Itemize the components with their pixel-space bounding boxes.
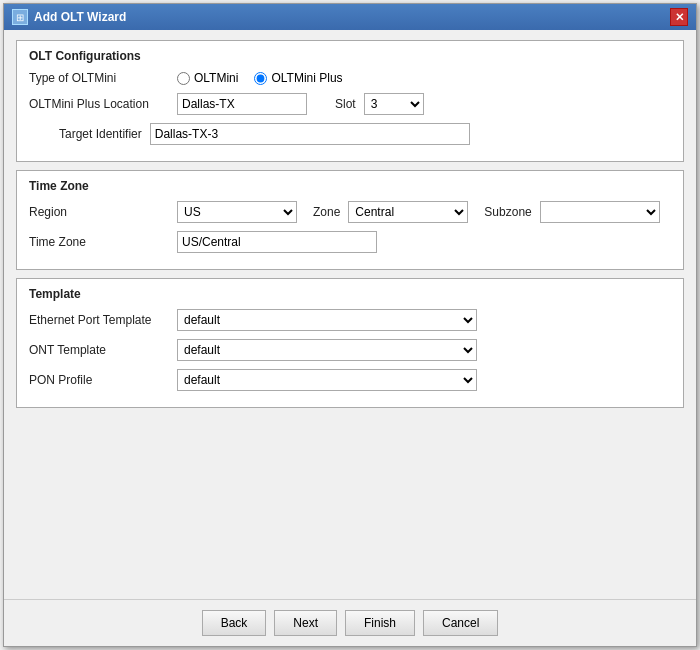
finish-button[interactable]: Finish <box>345 610 415 636</box>
subzone-label: Subzone <box>484 205 531 219</box>
footer: Back Next Finish Cancel <box>4 599 696 646</box>
pon-profile-select[interactable]: default <box>177 369 477 391</box>
title-bar-left: ⊞ Add OLT Wizard <box>12 9 126 25</box>
type-label: Type of OLTMini <box>29 71 169 85</box>
ont-template-label: ONT Template <box>29 343 169 357</box>
region-label: Region <box>29 205 169 219</box>
main-content: OLT Configurations Type of OLTMini OLTMi… <box>4 30 696 599</box>
timezone-title: Time Zone <box>29 179 671 193</box>
olt-config-title: OLT Configurations <box>29 49 671 63</box>
olt-config-section: OLT Configurations Type of OLTMini OLTMi… <box>16 40 684 162</box>
zone-select[interactable]: Eastern Central Mountain Western <box>348 201 468 223</box>
timezone-label: Time Zone <box>29 235 169 249</box>
slot-select[interactable]: 1 2 3 4 <box>364 93 424 115</box>
subzone-select[interactable] <box>540 201 660 223</box>
target-input[interactable] <box>150 123 470 145</box>
ont-template-select[interactable]: default <box>177 339 477 361</box>
close-button[interactable]: ✕ <box>670 8 688 26</box>
region-select[interactable]: US Europe Asia <box>177 201 297 223</box>
location-input[interactable] <box>177 93 307 115</box>
window-title: Add OLT Wizard <box>34 10 126 24</box>
radio-oltmini-input[interactable] <box>177 72 190 85</box>
location-row: OLTMini Plus Location Slot 1 2 3 4 <box>29 93 671 115</box>
eth-template-select[interactable]: default <box>177 309 477 331</box>
next-button[interactable]: Next <box>274 610 337 636</box>
radio-oltmini-label: OLTMini <box>194 71 238 85</box>
pon-profile-label: PON Profile <box>29 373 169 387</box>
spacer <box>16 416 684 589</box>
cancel-button[interactable]: Cancel <box>423 610 498 636</box>
radio-oltmini-plus: OLTMini Plus <box>254 71 342 85</box>
template-title: Template <box>29 287 671 301</box>
radio-oltmini: OLTMini <box>177 71 238 85</box>
timezone-input[interactable] <box>177 231 377 253</box>
type-row: Type of OLTMini OLTMini OLTMini Plus <box>29 71 671 85</box>
eth-template-label: Ethernet Port Template <box>29 313 169 327</box>
target-row: Target Identifier <box>29 123 671 145</box>
zone-label: Zone <box>313 205 340 219</box>
slot-label: Slot <box>335 97 356 111</box>
type-radio-group: OLTMini OLTMini Plus <box>177 71 343 85</box>
eth-template-row: Ethernet Port Template default <box>29 309 671 331</box>
timezone-section: Time Zone Region US Europe Asia Zone Eas… <box>16 170 684 270</box>
window-icon: ⊞ <box>12 9 28 25</box>
target-label: Target Identifier <box>59 127 142 141</box>
radio-oltmini-plus-label: OLTMini Plus <box>271 71 342 85</box>
pon-profile-row: PON Profile default <box>29 369 671 391</box>
main-window: ⊞ Add OLT Wizard ✕ OLT Configurations Ty… <box>3 3 697 647</box>
radio-oltmini-plus-input[interactable] <box>254 72 267 85</box>
ont-template-row: ONT Template default <box>29 339 671 361</box>
timezone-value-row: Time Zone <box>29 231 671 253</box>
region-row: Region US Europe Asia Zone Eastern Centr… <box>29 201 671 223</box>
back-button[interactable]: Back <box>202 610 267 636</box>
location-label: OLTMini Plus Location <box>29 97 169 111</box>
title-bar: ⊞ Add OLT Wizard ✕ <box>4 4 696 30</box>
template-section: Template Ethernet Port Template default … <box>16 278 684 408</box>
